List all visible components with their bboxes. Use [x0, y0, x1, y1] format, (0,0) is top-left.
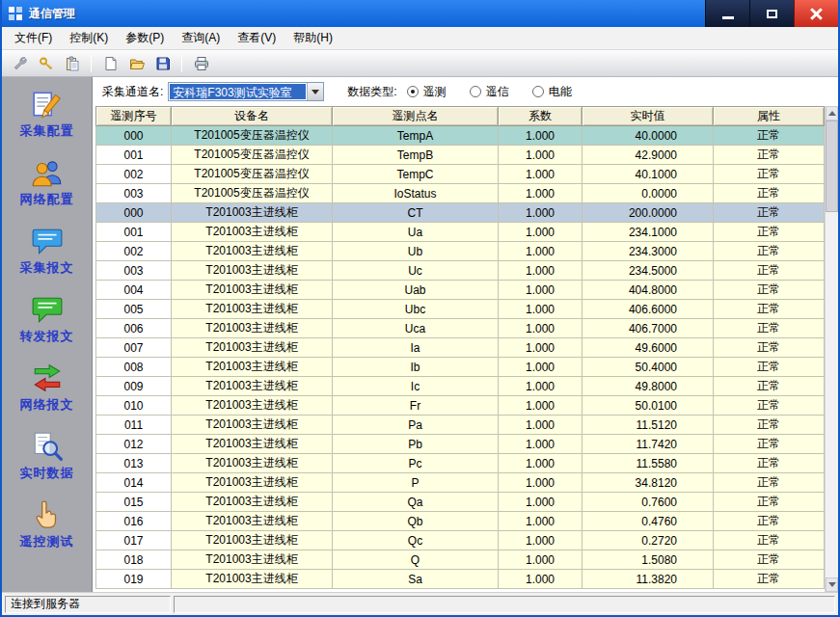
cell: 正常: [714, 242, 825, 261]
telemetry-table: 遥测序号设备名遥测点名系数实时值属性 000T201005变压器温控仪TempA…: [95, 106, 825, 589]
column-header[interactable]: 遥测序号: [96, 107, 172, 126]
cell: 1.000: [499, 281, 583, 300]
radio-遥信[interactable]: 遥信: [470, 84, 509, 100]
column-header[interactable]: 系数: [499, 107, 583, 126]
scrollbar-thumb[interactable]: [826, 121, 838, 212]
table-row[interactable]: 002T201005变压器温控仪TempC1.00040.1000正常: [96, 165, 825, 184]
cell: 1.000: [499, 261, 583, 281]
cell: 1.000: [499, 377, 583, 396]
cell: Uca: [333, 319, 499, 338]
cell: Qa: [333, 493, 499, 512]
table-row[interactable]: 017T201003主进线柜Qc1.0000.2720正常: [96, 531, 825, 550]
scroll-up-button[interactable]: [826, 106, 838, 121]
save-button[interactable]: [150, 52, 175, 74]
table-row[interactable]: 019T201003主进线柜Sa1.00011.3820正常: [96, 570, 825, 589]
sidebar-item-label: 采集报文: [20, 259, 74, 277]
status-empty-panel: [174, 596, 835, 613]
sidebar-item-collect-config[interactable]: 采集配置: [7, 85, 88, 143]
cell: 正常: [714, 223, 825, 242]
cell: 1.000: [499, 358, 583, 377]
channel-combobox[interactable]: 安科瑞F303测试实验室: [168, 82, 324, 101]
minimize-button[interactable]: [705, 0, 749, 27]
cell: T201003主进线柜: [172, 493, 333, 512]
column-header[interactable]: 属性: [714, 107, 825, 126]
table-row[interactable]: 014T201003主进线柜P1.00034.8120正常: [96, 473, 825, 493]
open-button[interactable]: [124, 52, 149, 74]
sidebar-item-label: 采集配置: [20, 122, 74, 140]
scroll-down-button[interactable]: [826, 577, 838, 592]
cell: 200.0000: [583, 203, 714, 223]
minimize-icon: [722, 16, 734, 19]
cell: 000: [96, 203, 172, 223]
cell: 正常: [714, 550, 825, 570]
edit-icon: [31, 88, 64, 121]
table-row[interactable]: 006T201003主进线柜Uca1.000406.7000正常: [96, 319, 825, 338]
table-row[interactable]: 013T201003主进线柜Pc1.00011.5580正常: [96, 454, 825, 473]
table-row[interactable]: 007T201003主进线柜Ia1.00049.6000正常: [96, 338, 825, 358]
cell: Ub: [333, 242, 499, 261]
menu-item[interactable]: 文件(F): [6, 26, 61, 50]
cell: 11.5580: [583, 454, 714, 473]
table-row[interactable]: 018T201003主进线柜Q1.0001.5080正常: [96, 550, 825, 570]
cell: 406.6000: [583, 300, 714, 319]
menu-item[interactable]: 控制(K): [61, 26, 117, 50]
column-header[interactable]: 实时值: [583, 107, 714, 126]
new-button[interactable]: [98, 52, 122, 74]
table-row[interactable]: 008T201003主进线柜Ib1.00050.4000正常: [96, 358, 825, 377]
sidebar-item-realtime-data[interactable]: 实时数据: [7, 427, 88, 485]
sidebar-item-network-config[interactable]: 网络配置: [7, 153, 88, 211]
cell: 009: [96, 377, 172, 396]
table-row[interactable]: 009T201003主进线柜Ic1.00049.8000正常: [96, 377, 825, 396]
radio-遥测[interactable]: 遥测: [407, 84, 447, 100]
table-row[interactable]: 000T201003主进线柜CT1.000200.0000正常: [96, 203, 825, 223]
table-row[interactable]: 015T201003主进线柜Qa1.0000.7600正常: [96, 493, 825, 512]
cell: 002: [96, 165, 172, 184]
cell: 007: [96, 338, 172, 358]
table-row[interactable]: 005T201003主进线柜Ubc1.000406.6000正常: [96, 300, 825, 319]
cell: 11.7420: [583, 435, 714, 454]
sidebar-item-collect-message[interactable]: 采集报文: [7, 222, 88, 280]
sidebar-item-network-message[interactable]: 网络报文: [7, 359, 88, 416]
clipboard-button[interactable]: [60, 52, 84, 74]
cell: 001: [96, 223, 172, 242]
table-row[interactable]: 016T201003主进线柜Qb1.0000.4760正常: [96, 512, 825, 531]
sidebar-item-remote-test[interactable]: 遥控测试: [7, 496, 88, 553]
cell: T201003主进线柜: [172, 358, 333, 377]
maximize-button[interactable]: [749, 0, 794, 27]
table-row[interactable]: 003T201003主进线柜Uc1.000234.5000正常: [96, 261, 825, 281]
table-row[interactable]: 001T201005变压器温控仪TempB1.00042.9000正常: [96, 146, 825, 165]
table-row[interactable]: 011T201003主进线柜Pa1.00011.5120正常: [96, 416, 825, 435]
column-header[interactable]: 遥测点名: [333, 107, 499, 126]
menu-item[interactable]: 查看(V): [229, 26, 285, 50]
combobox-dropdown-button[interactable]: [307, 83, 323, 100]
cell: 40.1000: [583, 165, 714, 184]
cell: 006: [96, 319, 172, 338]
cell: 1.000: [499, 300, 583, 319]
sidebar-item-forward-message[interactable]: 转发报文: [7, 290, 88, 348]
table-row[interactable]: 004T201003主进线柜Uab1.000404.8000正常: [96, 281, 825, 300]
app-window: 通信管理 文件(F)控制(K)参数(P)查询(A)查看(V)帮助(H) 采集配置…: [0, 0, 840, 617]
menu-item[interactable]: 参数(P): [117, 26, 173, 50]
cell: 1.000: [499, 435, 583, 454]
radio-电能[interactable]: 电能: [532, 84, 572, 100]
key-button[interactable]: [34, 52, 58, 74]
cell: 50.4000: [583, 358, 714, 377]
vertical-scrollbar[interactable]: [825, 106, 838, 592]
table-row[interactable]: 000T201005变压器温控仪TempA1.00040.0000正常: [96, 126, 825, 146]
radio-icon: [470, 86, 481, 97]
table-row[interactable]: 001T201003主进线柜Ua1.000234.1000正常: [96, 223, 825, 242]
cell: T201003主进线柜: [172, 512, 333, 531]
wrench-button[interactable]: [8, 52, 32, 74]
column-header[interactable]: 设备名: [172, 107, 333, 126]
cell: 正常: [714, 493, 825, 512]
table-row[interactable]: 003T201005变压器温控仪IoStatus1.0000.0000正常: [96, 184, 825, 203]
menu-item[interactable]: 查询(A): [173, 26, 229, 50]
print-button[interactable]: [189, 52, 213, 74]
table-row[interactable]: 010T201003主进线柜Fr1.00050.0100正常: [96, 396, 825, 416]
open-icon: [129, 56, 145, 71]
menu-item[interactable]: 帮助(H): [285, 26, 341, 50]
close-button[interactable]: [794, 0, 838, 27]
cell: 11.3820: [583, 570, 714, 589]
table-row[interactable]: 002T201003主进线柜Ub1.000234.3000正常: [96, 242, 825, 261]
table-row[interactable]: 012T201003主进线柜Pb1.00011.7420正常: [96, 435, 825, 454]
